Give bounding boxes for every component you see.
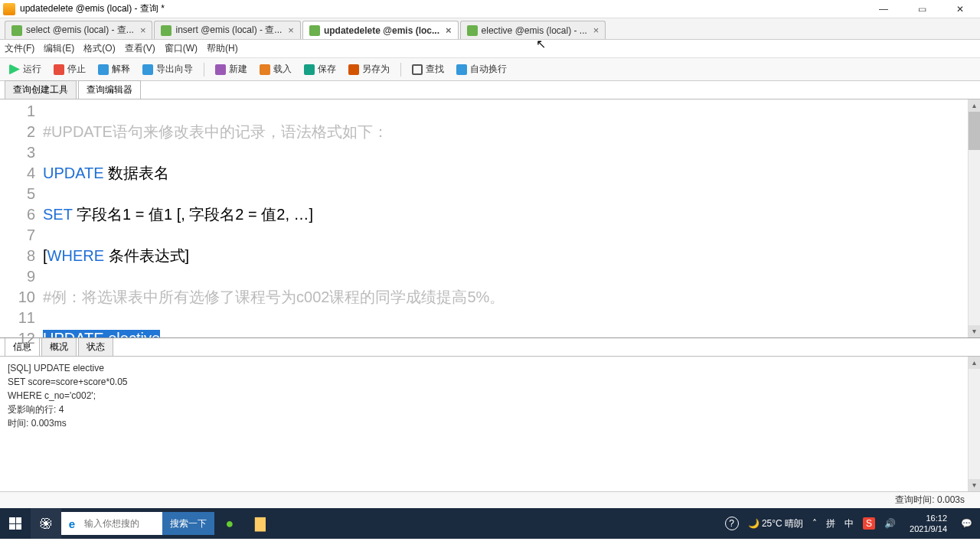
explain-icon — [98, 64, 109, 75]
menu-window[interactable]: 窗口(W) — [165, 42, 198, 55]
notification-icon[interactable]: 💬 — [961, 518, 972, 529]
console-scrollbar[interactable]: ▴ ▾ — [968, 357, 980, 491]
find-button[interactable]: 查找 — [407, 61, 449, 78]
editor-scrollbar[interactable]: ▴ ▾ — [968, 99, 980, 337]
menubar: 文件(F) 编辑(E) 格式(O) 查看(V) 窗口(W) 帮助(H) — [0, 40, 980, 58]
tab-label: insert @emis (local) - 查... — [175, 24, 282, 37]
output-console: [SQL] UPDATE elective SET score=score+sc… — [0, 357, 980, 491]
tray-chevron-up-icon[interactable]: ˄ — [812, 518, 817, 529]
toolbar: 运行 停止 解释 导出向导 新建 载入 保存 另存为 查找 自动换行 — [0, 58, 980, 81]
window-title: updatedelete @emis (local) - 查询 * — [20, 2, 873, 15]
import-icon — [260, 64, 270, 75]
taskbar-clock[interactable]: 16:122021/9/14 — [905, 513, 952, 534]
doc-tab-updatedelete[interactable]: updatedelete @emis (loc...× — [302, 21, 459, 39]
console-line: WHERE c_no='c002'; — [8, 389, 972, 403]
volume-icon[interactable]: 🔊 — [884, 518, 896, 529]
tab-query-builder[interactable]: 查询创建工具 — [5, 80, 77, 99]
doc-tab-elective[interactable]: elective @emis (local) - ...× — [460, 21, 606, 39]
status-query-time: 查询时间: 0.003s — [880, 494, 980, 507]
explain-button[interactable]: 解释 — [93, 61, 135, 78]
statusbar: 查询时间: 0.003s — [0, 491, 980, 508]
cortana-button[interactable]: ֍ — [31, 508, 61, 539]
ime-indicator[interactable]: 拼 — [826, 517, 835, 530]
ime-indicator[interactable]: 中 — [844, 517, 854, 530]
weather-widget[interactable]: 🌙 25°C 晴朗 — [748, 517, 803, 530]
saveas-icon — [348, 64, 359, 75]
windows-icon — [9, 517, 21, 530]
scroll-up-icon[interactable]: ▴ — [969, 99, 980, 112]
document-tabs: select @emis (local) - 查...× insert @emi… — [0, 18, 980, 40]
scroll-up-icon[interactable]: ▴ — [969, 357, 980, 369]
save-icon — [304, 64, 315, 75]
stop-button[interactable]: 停止 — [49, 61, 90, 78]
console-line: 受影响的行: 4 — [8, 403, 972, 416]
tab-overview[interactable]: 概况 — [41, 337, 77, 356]
minimize-button[interactable]: — — [873, 2, 894, 16]
wrap-icon — [456, 64, 467, 75]
scroll-down-icon[interactable]: ▾ — [969, 479, 980, 491]
console-line: 时间: 0.003ms — [8, 416, 972, 430]
search-input[interactable] — [83, 518, 162, 529]
import-button[interactable]: 载入 — [255, 61, 296, 78]
saveas-button[interactable]: 另存为 — [344, 61, 394, 78]
system-tray: ? 🌙 25°C 晴朗 ˄ 拼 中 S 🔊 16:122021/9/14 💬 — [717, 513, 980, 534]
tab-icon — [161, 25, 172, 36]
titlebar: updatedelete @emis (local) - 查询 * — ▭ ✕ — [0, 0, 980, 18]
start-button[interactable] — [0, 508, 31, 539]
tab-label: select @emis (local) - 查... — [26, 24, 134, 37]
tab-icon — [467, 25, 478, 36]
line-gutter: 123456789101112 — [0, 99, 43, 337]
play-icon — [9, 64, 20, 75]
run-button[interactable]: 运行 — [5, 61, 46, 78]
menu-view[interactable]: 查看(V) — [125, 42, 155, 55]
tab-icon — [309, 25, 320, 36]
tab-query-editor[interactable]: 查询编辑器 — [78, 80, 141, 99]
windows-taskbar: ֍ e 搜索一下 ● ▇ ? 🌙 25°C 晴朗 ˄ 拼 中 S 🔊 16:12… — [0, 508, 980, 539]
ime-sogou-icon[interactable]: S — [863, 517, 875, 530]
close-icon[interactable]: × — [446, 24, 452, 36]
close-icon[interactable]: × — [140, 24, 146, 36]
stop-icon — [54, 64, 64, 75]
menu-edit[interactable]: 编辑(E) — [44, 42, 74, 55]
new-button[interactable]: 新建 — [211, 61, 252, 78]
search-button[interactable]: 搜索一下 — [162, 512, 214, 535]
close-icon[interactable]: × — [288, 24, 294, 36]
doc-tab-insert[interactable]: insert @emis (local) - 查...× — [154, 21, 300, 39]
export-wizard-button[interactable]: 导出向导 — [138, 61, 198, 78]
ie-icon: e — [61, 517, 83, 530]
menu-file[interactable]: 文件(F) — [5, 42, 34, 55]
tab-label: elective @emis (local) - ... — [482, 25, 587, 36]
search-icon — [412, 64, 423, 75]
save-button[interactable]: 保存 — [299, 61, 341, 78]
close-button[interactable]: ✕ — [949, 2, 971, 16]
sql-editor[interactable]: 123456789101112 #UPDATE语句来修改表中的记录，语法格式如下… — [0, 99, 980, 338]
scroll-down-icon[interactable]: ▾ — [969, 325, 980, 337]
file-explorer-icon[interactable]: ▇ — [245, 508, 276, 539]
tab-icon — [11, 25, 22, 36]
editor-tabs: 查询创建工具 查询编辑器 — [0, 81, 980, 99]
console-line: SET score=score+score*0.05 — [8, 375, 972, 389]
doc-tab-select[interactable]: select @emis (local) - 查...× — [5, 21, 152, 39]
menu-format[interactable]: 格式(O) — [83, 42, 115, 55]
help-icon[interactable]: ? — [725, 517, 739, 530]
close-icon[interactable]: × — [593, 24, 599, 36]
app-icon — [3, 3, 15, 15]
taskbar-app-icon[interactable]: ● — [214, 508, 245, 539]
tab-label: updatedelete @emis (loc... — [324, 25, 439, 36]
scroll-thumb[interactable] — [969, 112, 980, 150]
maximize-button[interactable]: ▭ — [911, 2, 933, 16]
output-tabs: 信息 概况 状态 — [0, 338, 980, 357]
wizard-icon — [142, 64, 153, 75]
tab-status[interactable]: 状态 — [78, 337, 113, 356]
taskbar-search[interactable]: e 搜索一下 — [61, 512, 214, 535]
console-line: [SQL] UPDATE elective — [8, 361, 972, 375]
menu-help[interactable]: 帮助(H) — [207, 42, 238, 55]
new-icon — [215, 64, 226, 75]
autowrap-button[interactable]: 自动换行 — [452, 61, 511, 78]
code-area[interactable]: #UPDATE语句来修改表中的记录，语法格式如下： UPDATE 数据表名 SE… — [43, 99, 980, 337]
